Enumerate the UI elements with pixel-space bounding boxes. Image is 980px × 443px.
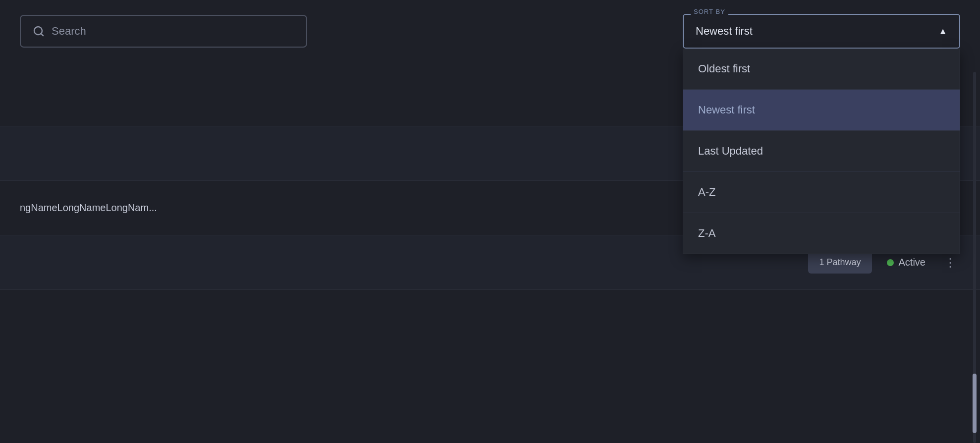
- scrollbar-thumb[interactable]: [973, 374, 977, 433]
- sort-dropdown-menu: Oldest first Newest first Last Updated A…: [683, 49, 960, 254]
- more-options-icon[interactable]: ⋮: [940, 254, 960, 272]
- sort-label: SORT BY: [691, 8, 728, 15]
- sort-option-a-z[interactable]: A-Z: [683, 172, 960, 213]
- sort-current-value: Newest first: [696, 25, 753, 38]
- sort-option-z-a[interactable]: Z-A: [683, 213, 960, 254]
- row-name: ngNameLongNameLongNam...: [20, 202, 157, 214]
- sort-container: SORT BY Newest first ▲ Oldest first Newe…: [683, 14, 960, 49]
- search-container: [20, 15, 307, 48]
- pathway-badge: 1 Pathway: [808, 251, 871, 274]
- svg-line-1: [41, 34, 43, 36]
- search-icon: [33, 25, 45, 37]
- top-bar: SORT BY Newest first ▲ Oldest first Newe…: [0, 0, 980, 62]
- search-box: [20, 15, 307, 48]
- sort-option-last-updated[interactable]: Last Updated: [683, 131, 960, 172]
- search-input[interactable]: [52, 25, 294, 38]
- scrollbar-track: [973, 72, 976, 443]
- scrollbar: [972, 72, 977, 443]
- status-label: Active: [899, 257, 926, 268]
- sort-option-oldest-first[interactable]: Oldest first: [683, 49, 960, 90]
- status-dot-icon: [887, 259, 894, 266]
- row-actions: Active ⋮: [887, 254, 960, 272]
- sort-select-button[interactable]: Newest first ▲: [683, 14, 960, 49]
- sort-option-newest-first[interactable]: Newest first: [683, 90, 960, 131]
- status-badge: Active: [887, 257, 926, 268]
- chevron-down-icon: ▲: [938, 26, 947, 37]
